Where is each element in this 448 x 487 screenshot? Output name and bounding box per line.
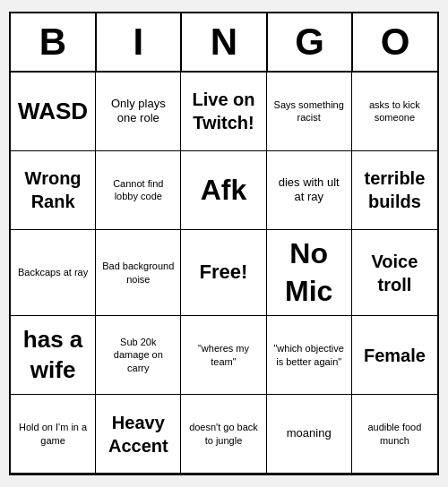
bingo-letter-n: N (182, 13, 268, 71)
bingo-cell-13[interactable]: No Mic (267, 230, 352, 316)
bingo-cell-18[interactable]: "which objective is better again" (267, 316, 352, 395)
bingo-cell-0[interactable]: WASD (11, 73, 96, 151)
bingo-letter-o: O (353, 13, 437, 71)
bingo-card: BINGO WASDOnly plays one roleLive on Twi… (9, 12, 439, 475)
bingo-cell-3[interactable]: Says something racist (267, 73, 352, 151)
bingo-cell-5[interactable]: Wrong Rank (11, 151, 96, 230)
bingo-grid: WASDOnly plays one roleLive on Twitch!Sa… (11, 73, 437, 474)
bingo-cell-1[interactable]: Only plays one role (96, 73, 181, 151)
bingo-cell-6[interactable]: Cannot find lobby code (96, 151, 181, 230)
bingo-cell-21[interactable]: Heavy Accent (96, 395, 181, 474)
bingo-letter-b: B (11, 13, 97, 71)
bingo-cell-17[interactable]: "wheres my team" (181, 316, 266, 395)
bingo-cell-16[interactable]: Sub 20k damage on carry (96, 316, 181, 395)
bingo-cell-23[interactable]: moaning (267, 395, 352, 474)
bingo-cell-9[interactable]: terrible builds (352, 151, 437, 230)
bingo-cell-7[interactable]: Afk (181, 151, 266, 230)
bingo-cell-11[interactable]: Bad background noise (96, 230, 181, 316)
bingo-letter-g: G (268, 13, 354, 71)
bingo-cell-8[interactable]: dies with ult at ray (267, 151, 352, 230)
bingo-cell-2[interactable]: Live on Twitch! (181, 73, 266, 151)
bingo-cell-14[interactable]: Voice troll (352, 230, 437, 316)
bingo-cell-4[interactable]: asks to kick someone (352, 73, 437, 151)
bingo-cell-20[interactable]: Hold on I'm in a game (11, 395, 96, 474)
bingo-cell-24[interactable]: audible food munch (352, 395, 437, 474)
bingo-cell-10[interactable]: Backcaps at ray (11, 230, 96, 316)
bingo-cell-22[interactable]: doesn't go back to jungle (181, 395, 266, 474)
bingo-cell-12[interactable]: Free! (181, 230, 266, 316)
bingo-cell-15[interactable]: has a wife (11, 316, 96, 395)
bingo-cell-19[interactable]: Female (352, 316, 437, 395)
bingo-header: BINGO (11, 13, 437, 73)
bingo-letter-i: I (97, 13, 183, 71)
